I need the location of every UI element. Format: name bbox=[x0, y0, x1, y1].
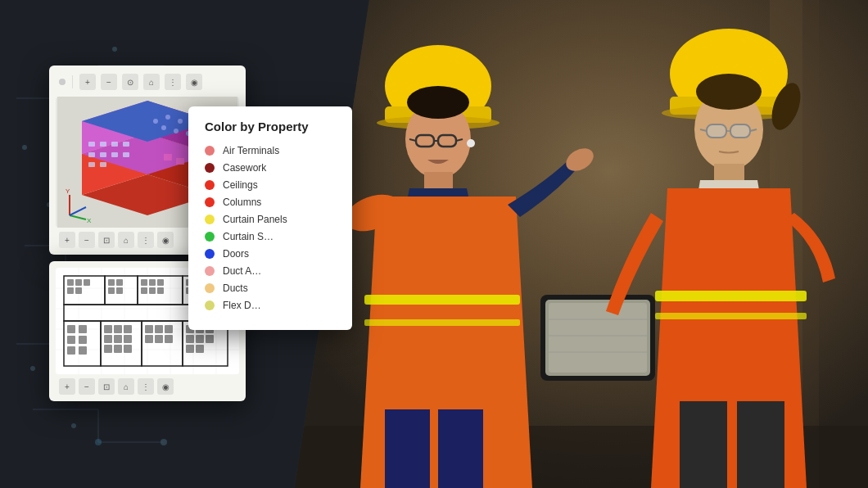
svg-rect-176 bbox=[155, 325, 163, 333]
property-item-curtain-systems[interactable]: Curtain S… bbox=[205, 231, 336, 242]
svg-rect-81 bbox=[655, 313, 807, 319]
construction-bg bbox=[295, 0, 868, 488]
orbit-button[interactable]: ⊙ bbox=[122, 74, 138, 90]
svg-rect-143 bbox=[108, 279, 115, 286]
svg-rect-148 bbox=[149, 279, 156, 286]
svg-rect-93 bbox=[100, 142, 106, 147]
svg-rect-161 bbox=[79, 325, 87, 333]
panel-floorplan-bottom-toolbar: + − ⊡ ⌂ ⋮ ◉ bbox=[56, 378, 239, 395]
color-dot-ceilings bbox=[205, 180, 215, 190]
svg-rect-100 bbox=[88, 162, 95, 167]
3d-home[interactable]: ⌂ bbox=[118, 232, 134, 248]
svg-rect-83 bbox=[737, 401, 784, 488]
svg-rect-82 bbox=[680, 401, 727, 488]
svg-rect-62 bbox=[549, 303, 647, 373]
svg-rect-147 bbox=[141, 279, 147, 286]
property-item-casework[interactable]: Casework bbox=[205, 162, 336, 174]
property-item-duct-accessories[interactable]: Duct A… bbox=[205, 265, 336, 277]
color-dot-air-terminals bbox=[205, 146, 215, 156]
fp-home[interactable]: ⌂ bbox=[118, 378, 134, 395]
svg-rect-146 bbox=[116, 287, 123, 294]
svg-rect-164 bbox=[67, 346, 75, 355]
property-label-casework: Casework bbox=[223, 162, 266, 174]
svg-rect-184 bbox=[186, 335, 194, 343]
property-label-curtain-systems: Curtain S… bbox=[223, 231, 274, 242]
svg-rect-94 bbox=[111, 142, 118, 147]
svg-rect-177 bbox=[165, 325, 173, 333]
svg-rect-57 bbox=[364, 319, 520, 326]
property-item-ceilings[interactable]: Ceilings bbox=[205, 179, 336, 191]
photo-area bbox=[295, 0, 868, 488]
fp-more[interactable]: ⋮ bbox=[138, 378, 154, 395]
svg-rect-160 bbox=[67, 325, 75, 333]
property-item-curtain-panels[interactable]: Curtain Panels bbox=[205, 214, 336, 225]
property-label-duct-accessories: Duct A… bbox=[223, 265, 261, 277]
svg-rect-145 bbox=[108, 287, 115, 294]
3d-measure[interactable]: ⊡ bbox=[98, 232, 115, 248]
property-item-ducts[interactable]: Ducts bbox=[205, 282, 336, 294]
property-item-air-terminals[interactable]: Air Terminals bbox=[205, 145, 336, 156]
svg-rect-180 bbox=[165, 335, 173, 343]
svg-rect-141 bbox=[67, 287, 74, 294]
svg-rect-178 bbox=[145, 335, 153, 343]
svg-rect-169 bbox=[104, 335, 112, 343]
property-item-flex-ducts[interactable]: Flex D… bbox=[205, 300, 336, 311]
svg-rect-170 bbox=[114, 335, 122, 343]
svg-text:Y: Y bbox=[66, 188, 70, 195]
property-label-curtain-panels: Curtain Panels bbox=[223, 214, 287, 225]
svg-rect-166 bbox=[104, 325, 112, 333]
3d-zoom-in[interactable]: + bbox=[59, 232, 75, 248]
svg-rect-99 bbox=[123, 152, 129, 157]
svg-rect-144 bbox=[116, 279, 123, 286]
svg-point-102 bbox=[153, 119, 158, 124]
color-dot-casework bbox=[205, 163, 215, 173]
fp-zoom-in[interactable]: + bbox=[59, 378, 75, 395]
svg-rect-142 bbox=[75, 287, 82, 294]
svg-point-50 bbox=[467, 139, 475, 147]
more-button[interactable]: ⋮ bbox=[165, 74, 181, 90]
panel-3d-toolbar: + − ⊙ ⌂ ⋮ ◉ bbox=[56, 72, 239, 92]
svg-rect-73 bbox=[730, 124, 750, 138]
zoom-in-button[interactable]: + bbox=[79, 74, 96, 90]
3d-zoom-out[interactable]: − bbox=[79, 232, 95, 248]
color-dot-doors bbox=[205, 249, 215, 259]
fp-zoom-out[interactable]: − bbox=[79, 378, 95, 395]
svg-rect-162 bbox=[67, 336, 75, 344]
toolbar-indicator bbox=[59, 79, 66, 85]
svg-rect-165 bbox=[79, 346, 87, 355]
svg-rect-149 bbox=[157, 279, 164, 286]
property-label-ducts: Ducts bbox=[223, 282, 248, 294]
fp-screenshot[interactable]: ◉ bbox=[157, 378, 174, 395]
svg-rect-168 bbox=[124, 325, 132, 333]
svg-rect-140 bbox=[84, 279, 90, 286]
property-label-flex-ducts: Flex D… bbox=[223, 300, 261, 311]
property-label-air-terminals: Air Terminals bbox=[223, 145, 279, 156]
svg-rect-186 bbox=[206, 335, 214, 343]
svg-rect-187 bbox=[186, 345, 194, 353]
svg-rect-171 bbox=[124, 335, 132, 343]
svg-point-106 bbox=[161, 125, 166, 130]
svg-rect-96 bbox=[88, 152, 95, 157]
svg-rect-58 bbox=[385, 409, 430, 488]
property-item-doors[interactable]: Doors bbox=[205, 248, 336, 260]
property-label-columns: Columns bbox=[223, 197, 261, 208]
color-by-property-panel: Color by Property Air Terminals Casework… bbox=[188, 106, 352, 330]
svg-point-71 bbox=[696, 74, 762, 110]
svg-rect-151 bbox=[149, 287, 156, 294]
svg-rect-59 bbox=[438, 409, 483, 488]
home-button[interactable]: ⌂ bbox=[143, 74, 160, 90]
color-dot-flex-ducts bbox=[205, 300, 215, 310]
3d-screenshot[interactable]: ◉ bbox=[157, 232, 174, 248]
zoom-out-button[interactable]: − bbox=[101, 74, 117, 90]
color-dot-curtain-systems bbox=[205, 232, 215, 242]
camera-button[interactable]: ◉ bbox=[186, 74, 202, 90]
svg-rect-150 bbox=[141, 287, 147, 294]
fp-measure[interactable]: ⊡ bbox=[98, 378, 115, 395]
svg-rect-185 bbox=[196, 335, 204, 343]
svg-rect-167 bbox=[114, 325, 122, 333]
3d-more[interactable]: ⋮ bbox=[138, 232, 154, 248]
svg-point-103 bbox=[165, 115, 170, 120]
svg-rect-101 bbox=[100, 162, 106, 167]
property-item-columns[interactable]: Columns bbox=[205, 197, 336, 208]
svg-rect-95 bbox=[123, 142, 129, 147]
